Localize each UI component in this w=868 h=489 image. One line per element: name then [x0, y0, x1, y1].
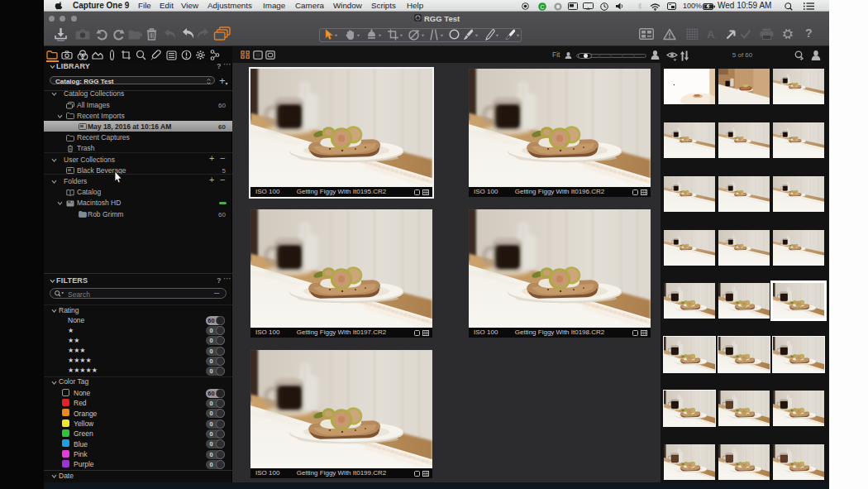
svg-text:Import: Import	[57, 39, 64, 41]
svg-text:C: C	[540, 3, 544, 9]
